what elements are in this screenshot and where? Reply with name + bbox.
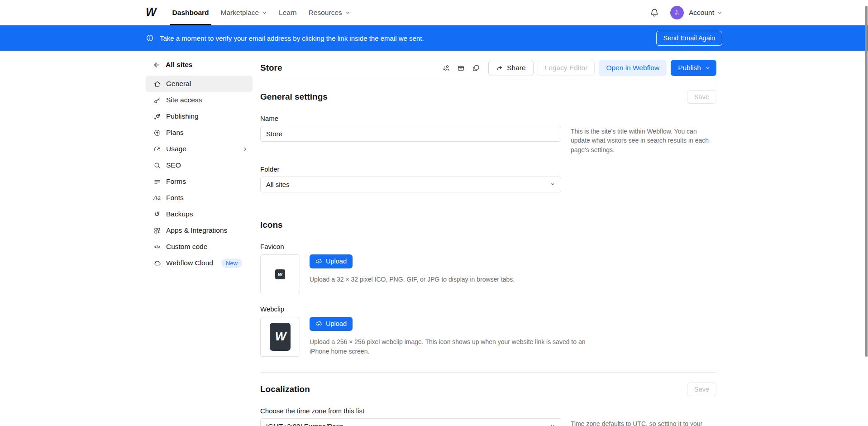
sidebar-item-general[interactable]: General — [146, 76, 253, 92]
nav-tab-learn[interactable]: Learn — [273, 0, 303, 25]
back-to-all-sites[interactable]: All sites — [146, 61, 253, 69]
info-icon — [146, 34, 154, 42]
save-button[interactable]: Save — [687, 90, 716, 104]
chevron-down-icon — [262, 10, 267, 15]
send-email-again-button[interactable]: Send Email Again — [656, 31, 722, 46]
nav-tab-marketplace[interactable]: Marketplace — [215, 0, 273, 25]
chevron-down-icon — [550, 423, 555, 426]
webclip-help-text: Upload a 256 × 256 pixel webclip image. … — [310, 337, 599, 356]
sidebar-item-backups[interactable]: ↺ Backups — [146, 206, 253, 222]
name-help-text: This is the site's title within Webflow.… — [571, 126, 716, 154]
timezone-help-text: Time zone defaults to UTC, so setting it… — [571, 418, 716, 426]
gauge-icon — [153, 145, 161, 153]
site-name-input[interactable] — [260, 126, 561, 142]
divider — [260, 208, 716, 208]
form-lines-icon — [153, 177, 161, 186]
sidebar-item-forms[interactable]: Forms — [146, 173, 253, 190]
duplicate-icon[interactable] — [470, 62, 482, 74]
banner-message: Take a moment to verify your email addre… — [160, 34, 424, 42]
avatar[interactable]: J. — [670, 6, 684, 19]
share-arrow-icon — [496, 65, 503, 72]
webclip-upload-button[interactable]: Upload — [310, 317, 353, 331]
transfer-site-icon[interactable] — [440, 62, 452, 74]
sidebar-item-site-access[interactable]: Site access — [146, 92, 253, 108]
legacy-editor-button[interactable]: Legacy Editor — [538, 60, 595, 76]
folder-label: Folder — [260, 165, 716, 173]
favicon-help-text: Upload a 32 × 32 pixel ICO, PNG, GIF, or… — [310, 275, 599, 284]
save-button[interactable]: Save — [687, 383, 716, 396]
favicon-preview: w — [260, 254, 300, 294]
divider — [260, 372, 716, 373]
archive-icon[interactable] — [455, 62, 467, 74]
restore-icon: ↺ — [153, 210, 161, 218]
webclip-label: Webclip — [260, 305, 716, 313]
sidebar-item-plans[interactable]: Plans — [146, 124, 253, 141]
sidebar-item-usage[interactable]: Usage — [146, 141, 253, 157]
code-icon: </> — [153, 243, 161, 251]
sidebar-item-publishing[interactable]: Publishing — [146, 108, 253, 124]
icons-heading: Icons — [260, 220, 283, 230]
open-in-webflow-button[interactable]: Open in Webflow — [599, 60, 667, 76]
sidebar-item-seo[interactable]: SEO — [146, 157, 253, 173]
key-icon — [153, 96, 161, 104]
favicon-image: w — [275, 269, 285, 279]
timezone-select[interactable]: [GMT+2:00] Europe/Paris — [260, 418, 561, 426]
page-title: Store — [260, 63, 282, 73]
chevron-down-icon — [345, 10, 350, 15]
folder-select[interactable]: All sites — [260, 177, 561, 192]
apps-grid-icon — [153, 226, 161, 235]
rocket-icon — [153, 112, 161, 120]
settings-main: Store Share Legacy Editor Open in Webflo… — [260, 51, 716, 426]
fonts-icon: Aa — [153, 194, 161, 202]
favicon-upload-button[interactable]: Upload — [310, 254, 353, 268]
webclip-preview: W — [260, 317, 300, 357]
nav-tab-dashboard[interactable]: Dashboard — [167, 0, 215, 25]
cloud-icon — [153, 259, 161, 267]
chevron-right-icon — [242, 146, 248, 152]
webclip-image: W — [270, 323, 291, 351]
chevron-down-icon — [705, 65, 711, 71]
home-icon — [153, 80, 161, 88]
webflow-logo-icon[interactable]: W — [146, 6, 156, 19]
divider — [260, 80, 716, 80]
settings-sidebar: All sites General Site access Publishing… — [146, 51, 253, 271]
localization-heading: Localization — [260, 384, 310, 394]
timezone-label: Choose the time zone from this list — [260, 407, 716, 415]
account-menu[interactable]: Account — [689, 9, 722, 17]
page-scrollbar[interactable] — [865, 6, 868, 357]
chevron-down-icon — [717, 10, 722, 15]
top-nav: W Dashboard Marketplace Learn Resources … — [0, 0, 868, 25]
sidebar-item-fonts[interactable]: Aa Fonts — [146, 190, 253, 206]
upload-cloud-icon — [315, 258, 322, 265]
new-badge: New — [221, 258, 242, 268]
sidebar-item-apps-integrations[interactable]: Apps & Integrations — [146, 222, 253, 239]
search-icon — [153, 161, 161, 169]
general-settings-heading: General settings — [260, 92, 328, 102]
email-verify-banner: Take a moment to verify your email addre… — [0, 25, 868, 51]
primary-nav: Dashboard Marketplace Learn Resources — [167, 0, 356, 25]
favicon-label: Favicon — [260, 243, 716, 250]
upgrade-circle-icon — [153, 129, 161, 137]
sidebar-item-custom-code[interactable]: </> Custom code — [146, 239, 253, 255]
upload-cloud-icon — [315, 321, 322, 327]
nav-tab-resources[interactable]: Resources — [303, 0, 356, 25]
share-button[interactable]: Share — [488, 60, 533, 76]
name-label: Name — [260, 115, 716, 122]
arrow-left-icon — [153, 61, 161, 69]
sidebar-item-webflow-cloud[interactable]: Webflow Cloud New — [146, 255, 253, 271]
bell-icon[interactable] — [649, 8, 659, 18]
chevron-down-icon — [550, 182, 555, 187]
publish-button[interactable]: Publish — [671, 60, 716, 76]
